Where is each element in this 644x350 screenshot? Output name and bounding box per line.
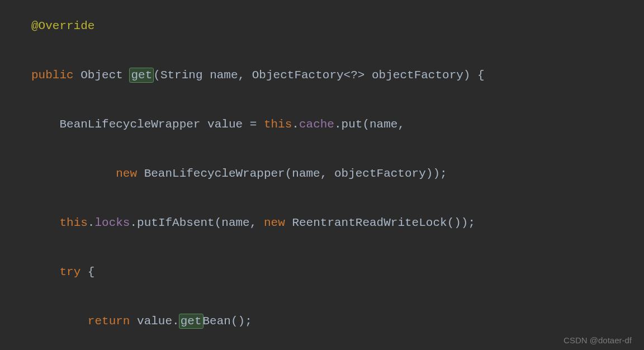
keyword-this: this [264, 118, 292, 131]
code-line: this.locks.putIfAbsent(name, new Reentra… [31, 211, 613, 235]
type-object: Object [80, 69, 123, 82]
type-reentrant: ReentrantReadWriteLock [292, 216, 447, 229]
code-line: try { [31, 260, 613, 285]
keyword-public: public [31, 69, 74, 82]
watermark: CSDN @dotaer-df [564, 336, 632, 344]
method-putifabsent: putIfAbsent [137, 216, 215, 229]
method-getbean-suffix: Bean [203, 315, 231, 328]
generic-wildcard: <?> [344, 69, 365, 82]
annotation-override: @Override [31, 20, 94, 32]
code-line: new BeanLifecycleWrapper(name, objectFac… [31, 162, 613, 186]
param-name: name [210, 69, 238, 82]
var-value2: value [137, 315, 172, 328]
arg-name2: name [292, 167, 320, 180]
type-factory: ObjectFactory [252, 69, 344, 82]
keyword-new: new [116, 167, 137, 180]
method-getbean-highlight: get [179, 314, 203, 328]
field-cache: cache [299, 118, 334, 131]
code-line: @Override [31, 14, 613, 39]
code-line: BeanLifecycleWrapper value = this.cache.… [31, 112, 613, 137]
type-string: String [160, 69, 203, 82]
keyword-new2: new [264, 216, 285, 229]
keyword-this2: this [59, 216, 87, 229]
var-value: value [207, 118, 243, 131]
type-wrapper: BeanLifecycleWrapper [59, 118, 200, 131]
method-put: put [342, 118, 363, 131]
keyword-return: return [88, 315, 130, 328]
code-block: @Override public Object get(String name,… [31, 14, 613, 350]
code-line: public Object get(String name, ObjectFac… [31, 63, 613, 88]
field-locks: locks [94, 216, 130, 229]
arg-name3: name [221, 216, 249, 229]
arg-name: name [370, 118, 397, 131]
param-factory: objectFactory [372, 69, 463, 82]
arg-factory: objectFactory [334, 167, 426, 180]
code-line: return value.getBean(); [31, 309, 613, 334]
type-wrapper2: BeanLifecycleWrapper [144, 167, 285, 180]
keyword-try: try [59, 266, 80, 278]
method-get-highlight: get [130, 68, 153, 82]
